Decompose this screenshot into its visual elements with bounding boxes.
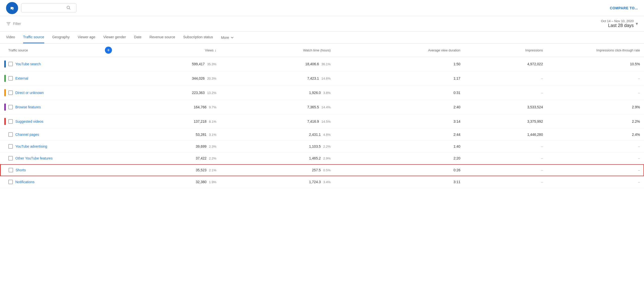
tab-more[interactable]: More <box>221 32 235 43</box>
col-impressions-label: Impressions <box>525 48 543 52</box>
date-dropdown-arrow[interactable]: ▾ <box>636 21 638 26</box>
avg-duration-cell-youtube-advertising: 1:40 <box>335 141 464 152</box>
views-pct: 20.3% <box>206 77 216 80</box>
views-pct: 3.1% <box>208 133 216 137</box>
ctr-cell-browse-features: 2.9% <box>547 100 644 114</box>
views-pct: 2.1% <box>208 168 216 172</box>
row-checkbox-direct-unknown[interactable] <box>8 90 13 95</box>
views-cell-external: 344,026 20.3% <box>116 71 220 86</box>
tab-traffic-source[interactable]: Traffic source <box>23 31 44 43</box>
col-header-impressions: Impressions <box>464 44 547 57</box>
impressions-cell-notifications: – <box>464 176 547 188</box>
source-link-shorts[interactable]: Shorts <box>16 168 26 172</box>
watch-time-cell-direct-unknown: 1,926.0 3.8% <box>220 86 335 100</box>
app-logo[interactable]: IQ <box>6 2 18 14</box>
color-indicator <box>4 75 6 82</box>
row-checkbox-shorts[interactable] <box>9 168 13 172</box>
row-checkbox-browse-features[interactable] <box>8 105 13 109</box>
app-header: IQ vidIQ COMPARE TO... <box>0 0 644 16</box>
add-cell <box>101 100 116 114</box>
watch-time-cell-other-youtube-features: 1,465.2 2.9% <box>220 152 335 164</box>
views-cell-youtube-advertising: 39,699 2.3% <box>116 141 220 152</box>
impressions-cell-shorts: – <box>464 164 547 176</box>
source-link-youtube-advertising[interactable]: YouTube advertising <box>15 144 47 148</box>
watch-time-cell-external: 7,423.1 14.6% <box>220 71 335 86</box>
views-pct: 8.1% <box>208 120 216 123</box>
row-checkbox-notifications[interactable] <box>8 180 13 184</box>
source-link-notifications[interactable]: Notifications <box>15 180 34 184</box>
watch-pct: 14.4% <box>320 105 331 109</box>
ctr-cell-youtube-search: 10.5% <box>547 57 644 71</box>
row-checkbox-external[interactable] <box>8 76 13 81</box>
row-checkbox-youtube-search[interactable] <box>8 62 13 66</box>
impressions-cell-youtube-search: 4,972,022 <box>464 57 547 71</box>
tab-revenue-source[interactable]: Revenue source <box>149 31 175 43</box>
source-link-channel-pages[interactable]: Channel pages <box>15 133 39 137</box>
tab-viewer-gender[interactable]: Viewer gender <box>103 31 126 43</box>
color-indicator <box>4 89 6 96</box>
tab-video[interactable]: Video <box>6 31 15 43</box>
views-cell-browse-features: 164,766 9.7% <box>116 100 220 114</box>
avg-duration-cell-shorts: 0:26 <box>335 164 464 176</box>
source-link-youtube-search[interactable]: YouTube search <box>15 62 41 66</box>
sort-arrow-icon: ↓ <box>215 48 216 52</box>
row-checkbox-other-youtube-features[interactable] <box>8 156 13 161</box>
data-table: Traffic source + Views ↓ Watch time (hou… <box>0 44 644 188</box>
views-pct: 9.7% <box>208 105 216 109</box>
watch-pct: 14.6% <box>320 77 331 80</box>
views-pct: 13.2% <box>206 91 216 95</box>
source-link-browse-features[interactable]: Browse features <box>15 105 41 109</box>
ctr-cell-notifications: – <box>547 176 644 188</box>
watch-time-cell-channel-pages: 2,431.1 4.8% <box>220 129 335 141</box>
compare-button[interactable]: COMPARE TO... <box>610 6 638 10</box>
tab-viewer-age[interactable]: Viewer age <box>78 31 95 43</box>
table-row: YouTube search 599,417 35.3% 18,406.6 36… <box>0 57 644 71</box>
row-checkbox-channel-pages[interactable] <box>8 132 13 137</box>
avg-duration-cell-direct-unknown: 0:31 <box>335 86 464 100</box>
ctr-cell-suggested-videos: 2.2% <box>547 114 644 129</box>
views-pct: 2.3% <box>208 145 216 148</box>
source-cell-suggested-videos: Suggested videos <box>0 114 101 129</box>
search-input[interactable]: vidIQ <box>24 6 64 10</box>
table-row: Channel pages 53,281 3.1% 2,431.1 4.8% 2… <box>0 129 644 141</box>
col-avg-label: Average view duration <box>428 48 460 52</box>
table-row: Direct or unknown 223,363 13.2% 1,926.0 … <box>0 86 644 100</box>
source-cell-youtube-advertising: YouTube advertising <box>0 141 101 152</box>
source-link-other-youtube-features[interactable]: Other YouTube features <box>15 156 53 160</box>
tab-date[interactable]: Date <box>134 31 142 43</box>
source-cell-other-youtube-features: Other YouTube features <box>0 152 101 164</box>
avg-duration-cell-notifications: 3:11 <box>335 176 464 188</box>
views-cell-notifications: 32,380 1.9% <box>116 176 220 188</box>
ctr-cell-shorts: – <box>547 164 644 176</box>
source-cell-browse-features: Browse features <box>0 100 101 114</box>
add-cell <box>101 152 116 164</box>
add-cell <box>101 141 116 152</box>
avg-duration-cell-suggested-videos: 3:14 <box>335 114 464 129</box>
filter-toggle[interactable]: Filter <box>6 21 21 26</box>
watch-time-cell-youtube-advertising: 1,103.5 2.2% <box>220 141 335 152</box>
tab-subscription-status[interactable]: Subscription status <box>183 31 213 43</box>
add-cell <box>101 71 116 86</box>
search-bar[interactable]: vidIQ <box>21 4 76 12</box>
search-icon[interactable] <box>66 5 71 11</box>
source-link-external[interactable]: External <box>15 76 28 80</box>
col-watch-label: Watch time (hours) <box>303 48 331 52</box>
row-checkbox-suggested-videos[interactable] <box>8 119 13 124</box>
watch-time-cell-notifications: 1,724.3 3.4% <box>220 176 335 188</box>
row-checkbox-youtube-advertising[interactable] <box>8 144 13 149</box>
ctr-cell-other-youtube-features: – <box>547 152 644 164</box>
col-header-source: Traffic source <box>0 44 101 57</box>
date-picker[interactable]: Oct 14 – Nov 10, 2020 Last 28 days ▾ <box>601 19 638 28</box>
source-link-direct-unknown[interactable]: Direct or unknown <box>15 91 44 95</box>
source-link-suggested-videos[interactable]: Suggested videos <box>15 119 43 123</box>
ctr-cell-channel-pages: 2.4% <box>547 129 644 141</box>
svg-line-4 <box>69 9 70 10</box>
table-row: Browse features 164,766 9.7% 7,365.5 14.… <box>0 100 644 114</box>
add-cell <box>101 114 116 129</box>
tab-geography[interactable]: Geography <box>52 31 70 43</box>
ctr-cell-direct-unknown: – <box>547 86 644 100</box>
avg-duration-cell-channel-pages: 2:44 <box>335 129 464 141</box>
add-column-button[interactable]: + <box>105 47 112 54</box>
avg-duration-cell-external: 1:17 <box>335 71 464 86</box>
views-cell-shorts: 35,523 2.1% <box>116 164 220 176</box>
